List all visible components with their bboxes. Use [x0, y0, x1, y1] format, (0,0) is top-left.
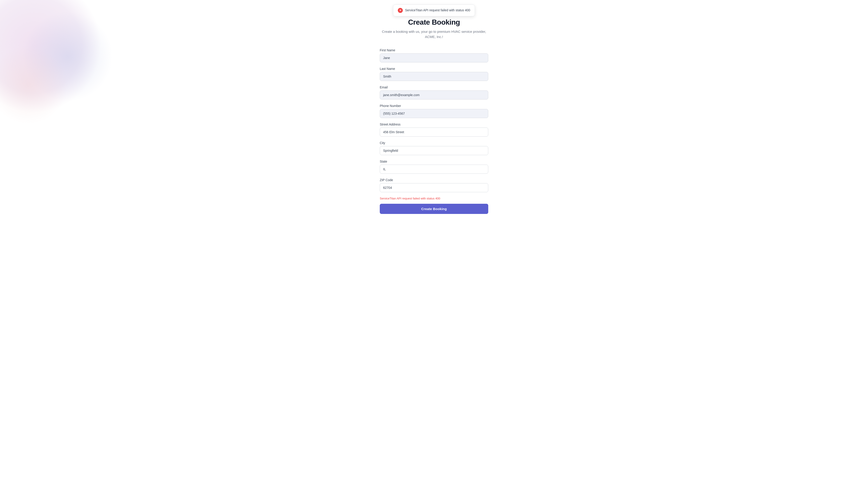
form-wrapper: Create Booking Create a booking with us,… — [380, 18, 488, 214]
form-group-zip-code: ZIP Code — [380, 178, 488, 192]
label-street-address: Street Address — [380, 123, 488, 126]
form-error-message: ServiceTitan API request failed with sta… — [380, 197, 488, 200]
form-group-city: City — [380, 141, 488, 155]
input-phone[interactable] — [380, 109, 488, 118]
input-email[interactable] — [380, 90, 488, 99]
label-email: Email — [380, 86, 488, 89]
label-last-name: Last Name — [380, 67, 488, 70]
label-city: City — [380, 141, 488, 145]
page-subtitle: Create a booking with us, your go to pre… — [380, 29, 488, 39]
form-group-first-name: First Name — [380, 49, 488, 62]
input-street-address[interactable] — [380, 127, 488, 137]
input-state[interactable] — [380, 164, 488, 174]
label-first-name: First Name — [380, 49, 488, 52]
toast-message: ServiceTitan API request failed with sta… — [405, 8, 470, 13]
form-group-state: State — [380, 160, 488, 174]
page-title: Create Booking — [380, 18, 488, 26]
input-city[interactable] — [380, 146, 488, 155]
input-first-name[interactable] — [380, 53, 488, 62]
input-zip-code[interactable] — [380, 183, 488, 192]
booking-form: First NameLast NameEmailPhone NumberStre… — [380, 49, 488, 214]
form-group-street-address: Street Address — [380, 123, 488, 137]
label-phone: Phone Number — [380, 104, 488, 108]
page-container: Create Booking Create a booking with us,… — [0, 0, 868, 228]
input-last-name[interactable] — [380, 72, 488, 81]
form-group-last-name: Last Name — [380, 67, 488, 81]
label-zip-code: ZIP Code — [380, 178, 488, 182]
error-icon — [398, 8, 403, 13]
form-group-email: Email — [380, 86, 488, 99]
label-state: State — [380, 160, 488, 163]
form-group-phone: Phone Number — [380, 104, 488, 118]
toast-notification: ServiceTitan API request failed with sta… — [393, 4, 475, 16]
submit-button[interactable]: Create Booking — [380, 204, 488, 214]
